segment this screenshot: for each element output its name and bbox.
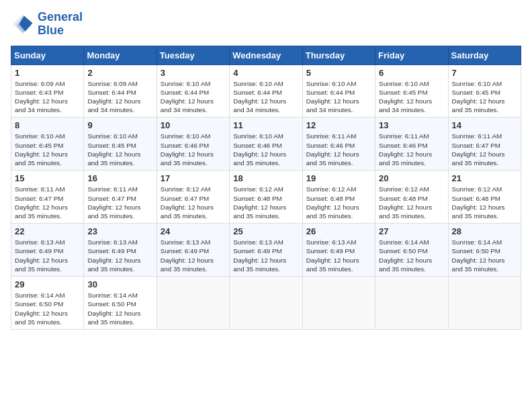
- calendar-cell: [375, 277, 448, 330]
- day-number: 16: [87, 173, 152, 183]
- calendar-cell: 4 Sunrise: 6:10 AM Sunset: 6:44 PM Dayli…: [230, 64, 302, 118]
- calendar-cell: 25 Sunrise: 6:13 AM Sunset: 6:49 PM Dayl…: [230, 224, 302, 277]
- day-info: Sunrise: 6:10 AM Sunset: 6:45 PM Dayligh…: [87, 132, 152, 167]
- calendar-cell: [157, 277, 229, 330]
- day-number: 6: [379, 68, 444, 78]
- calendar-cell: [302, 277, 375, 330]
- calendar-cell: 7 Sunrise: 6:10 AM Sunset: 6:45 PM Dayli…: [448, 64, 521, 118]
- day-info: Sunrise: 6:14 AM Sunset: 6:50 PM Dayligh…: [452, 238, 517, 273]
- logo-icon: [11, 12, 35, 36]
- calendar-cell: 20 Sunrise: 6:12 AM Sunset: 6:48 PM Dayl…: [375, 171, 448, 224]
- day-number: 24: [161, 226, 226, 236]
- day-info: Sunrise: 6:12 AM Sunset: 6:48 PM Dayligh…: [306, 185, 371, 220]
- day-number: 11: [233, 120, 298, 130]
- weekday-header-tuesday: Tuesday: [157, 46, 229, 64]
- day-number: 18: [233, 173, 298, 183]
- day-info: Sunrise: 6:10 AM Sunset: 6:44 PM Dayligh…: [161, 79, 226, 115]
- weekday-header-sunday: Sunday: [11, 46, 84, 64]
- day-info: Sunrise: 6:13 AM Sunset: 6:49 PM Dayligh…: [87, 238, 152, 273]
- day-number: 21: [452, 173, 517, 183]
- day-info: Sunrise: 6:10 AM Sunset: 6:45 PM Dayligh…: [15, 132, 80, 167]
- day-number: 10: [161, 120, 226, 130]
- day-number: 20: [379, 173, 444, 183]
- calendar-cell: 15 Sunrise: 6:11 AM Sunset: 6:47 PM Dayl…: [11, 171, 84, 224]
- calendar-cell: 8 Sunrise: 6:10 AM Sunset: 6:45 PM Dayli…: [11, 118, 84, 171]
- day-info: Sunrise: 6:09 AM Sunset: 6:43 PM Dayligh…: [15, 79, 80, 115]
- day-number: 9: [87, 120, 152, 130]
- day-info: Sunrise: 6:10 AM Sunset: 6:46 PM Dayligh…: [233, 132, 298, 167]
- day-info: Sunrise: 6:14 AM Sunset: 6:50 PM Dayligh…: [379, 238, 444, 273]
- day-number: 15: [15, 173, 80, 183]
- day-info: Sunrise: 6:10 AM Sunset: 6:45 PM Dayligh…: [379, 79, 444, 115]
- calendar-cell: [448, 277, 521, 330]
- calendar-cell: 3 Sunrise: 6:10 AM Sunset: 6:44 PM Dayli…: [157, 64, 229, 118]
- calendar-cell: 11 Sunrise: 6:10 AM Sunset: 6:46 PM Dayl…: [230, 118, 302, 171]
- day-number: 28: [452, 226, 517, 236]
- calendar-cell: 23 Sunrise: 6:13 AM Sunset: 6:49 PM Dayl…: [84, 224, 157, 277]
- day-number: 30: [87, 279, 152, 289]
- day-info: Sunrise: 6:13 AM Sunset: 6:49 PM Dayligh…: [161, 238, 226, 273]
- weekday-header-friday: Friday: [375, 46, 448, 64]
- day-number: 1: [15, 68, 80, 78]
- calendar-cell: 16 Sunrise: 6:11 AM Sunset: 6:47 PM Dayl…: [84, 171, 157, 224]
- page-header: General Blue: [11, 11, 521, 38]
- weekday-header-thursday: Thursday: [302, 46, 375, 64]
- day-info: Sunrise: 6:12 AM Sunset: 6:48 PM Dayligh…: [452, 185, 517, 220]
- calendar-cell: [230, 277, 302, 330]
- day-number: 27: [379, 226, 444, 236]
- day-number: 14: [452, 120, 517, 130]
- calendar-cell: 12 Sunrise: 6:11 AM Sunset: 6:46 PM Dayl…: [302, 118, 375, 171]
- day-info: Sunrise: 6:12 AM Sunset: 6:47 PM Dayligh…: [161, 185, 226, 220]
- day-info: Sunrise: 6:13 AM Sunset: 6:49 PM Dayligh…: [15, 238, 80, 273]
- day-number: 13: [379, 120, 444, 130]
- day-number: 7: [452, 68, 517, 78]
- day-info: Sunrise: 6:10 AM Sunset: 6:46 PM Dayligh…: [161, 132, 226, 167]
- calendar-cell: 6 Sunrise: 6:10 AM Sunset: 6:45 PM Dayli…: [375, 64, 448, 118]
- day-number: 25: [233, 226, 298, 236]
- calendar-table: SundayMondayTuesdayWednesdayThursdayFrid…: [11, 46, 521, 330]
- day-number: 17: [161, 173, 226, 183]
- calendar-cell: 30 Sunrise: 6:14 AM Sunset: 6:50 PM Dayl…: [84, 277, 157, 330]
- logo: General Blue: [11, 11, 83, 38]
- day-info: Sunrise: 6:12 AM Sunset: 6:48 PM Dayligh…: [233, 185, 298, 220]
- calendar-cell: 1 Sunrise: 6:09 AM Sunset: 6:43 PM Dayli…: [11, 64, 84, 118]
- calendar-cell: 21 Sunrise: 6:12 AM Sunset: 6:48 PM Dayl…: [448, 171, 521, 224]
- calendar-cell: 9 Sunrise: 6:10 AM Sunset: 6:45 PM Dayli…: [84, 118, 157, 171]
- calendar-cell: 28 Sunrise: 6:14 AM Sunset: 6:50 PM Dayl…: [448, 224, 521, 277]
- day-number: 19: [306, 173, 371, 183]
- calendar-cell: 19 Sunrise: 6:12 AM Sunset: 6:48 PM Dayl…: [302, 171, 375, 224]
- day-info: Sunrise: 6:10 AM Sunset: 6:44 PM Dayligh…: [233, 79, 298, 115]
- day-number: 4: [233, 68, 298, 78]
- day-number: 5: [306, 68, 371, 78]
- calendar-cell: 14 Sunrise: 6:11 AM Sunset: 6:47 PM Dayl…: [448, 118, 521, 171]
- day-number: 8: [15, 120, 80, 130]
- day-info: Sunrise: 6:11 AM Sunset: 6:46 PM Dayligh…: [379, 132, 444, 167]
- day-info: Sunrise: 6:11 AM Sunset: 6:47 PM Dayligh…: [452, 132, 517, 167]
- day-info: Sunrise: 6:10 AM Sunset: 6:45 PM Dayligh…: [452, 79, 517, 115]
- calendar-cell: 26 Sunrise: 6:13 AM Sunset: 6:49 PM Dayl…: [302, 224, 375, 277]
- day-number: 29: [15, 279, 80, 289]
- day-info: Sunrise: 6:11 AM Sunset: 6:46 PM Dayligh…: [306, 132, 371, 167]
- day-info: Sunrise: 6:09 AM Sunset: 6:44 PM Dayligh…: [87, 79, 152, 115]
- weekday-header-monday: Monday: [84, 46, 157, 64]
- day-number: 23: [87, 226, 152, 236]
- calendar-cell: 10 Sunrise: 6:10 AM Sunset: 6:46 PM Dayl…: [157, 118, 229, 171]
- weekday-header-wednesday: Wednesday: [230, 46, 302, 64]
- day-info: Sunrise: 6:13 AM Sunset: 6:49 PM Dayligh…: [233, 238, 298, 273]
- day-info: Sunrise: 6:11 AM Sunset: 6:47 PM Dayligh…: [87, 185, 152, 220]
- day-number: 2: [87, 68, 152, 78]
- calendar-cell: 13 Sunrise: 6:11 AM Sunset: 6:46 PM Dayl…: [375, 118, 448, 171]
- day-number: 26: [306, 226, 371, 236]
- weekday-header-saturday: Saturday: [448, 46, 521, 64]
- calendar-cell: 18 Sunrise: 6:12 AM Sunset: 6:48 PM Dayl…: [230, 171, 302, 224]
- day-number: 3: [161, 68, 226, 78]
- day-info: Sunrise: 6:12 AM Sunset: 6:48 PM Dayligh…: [379, 185, 444, 220]
- calendar-cell: 27 Sunrise: 6:14 AM Sunset: 6:50 PM Dayl…: [375, 224, 448, 277]
- day-info: Sunrise: 6:11 AM Sunset: 6:47 PM Dayligh…: [15, 185, 80, 220]
- calendar-cell: 22 Sunrise: 6:13 AM Sunset: 6:49 PM Dayl…: [11, 224, 84, 277]
- day-number: 22: [15, 226, 80, 236]
- calendar-cell: 17 Sunrise: 6:12 AM Sunset: 6:47 PM Dayl…: [157, 171, 229, 224]
- day-info: Sunrise: 6:10 AM Sunset: 6:44 PM Dayligh…: [306, 79, 371, 115]
- day-number: 12: [306, 120, 371, 130]
- day-info: Sunrise: 6:13 AM Sunset: 6:49 PM Dayligh…: [306, 238, 371, 273]
